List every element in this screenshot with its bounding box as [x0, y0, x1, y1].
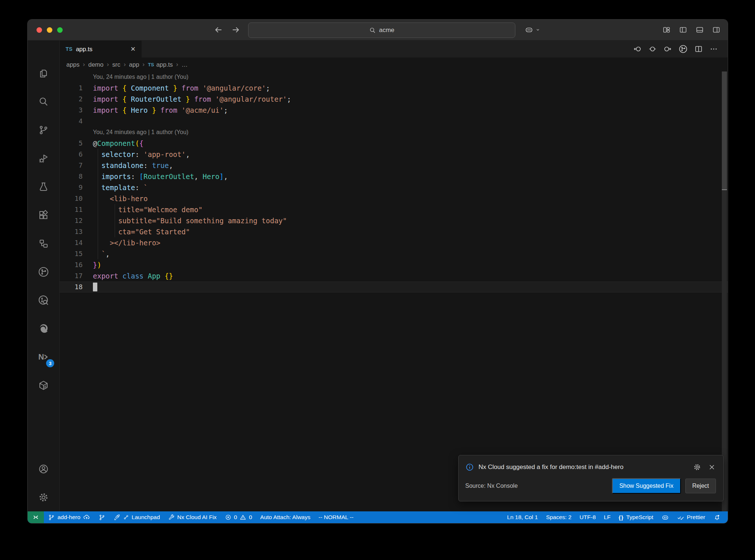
code-line-8[interactable]: 8 imports: [RouterOutlet, Hero], — [60, 171, 728, 182]
blame-annotation[interactable]: You, 24 minutes ago | 1 author (You) — [60, 71, 728, 83]
line-number[interactable]: 15 — [60, 248, 93, 259]
code-editor[interactable]: You, 24 minutes ago | 1 author (You)1imp… — [60, 71, 728, 511]
sidebar-item-nx-console[interactable]: 3 — [28, 343, 59, 371]
code-line-6[interactable]: 6 selector: 'app-root', — [60, 149, 728, 160]
line-number[interactable]: 4 — [60, 116, 93, 127]
remote-indicator[interactable] — [28, 511, 44, 523]
code-line-1[interactable]: 1import { Component } from '@angular/cor… — [60, 83, 728, 94]
line-number[interactable]: 17 — [60, 270, 93, 281]
code-line-11[interactable]: 11 title="Welcmoe demo" — [60, 204, 728, 215]
code-line-5[interactable]: 5@Component({ — [60, 138, 728, 149]
cursor-position-status[interactable]: Ln 18, Col 1 — [503, 511, 542, 523]
copilot-icon[interactable] — [525, 25, 533, 34]
show-suggested-fix-button[interactable]: Show Suggested Fix — [612, 478, 681, 494]
code-line-3[interactable]: 3import { Hero } from '@acme/ui'; — [60, 105, 728, 116]
line-number[interactable]: 14 — [60, 237, 93, 248]
sidebar-item-git-graph[interactable] — [28, 258, 59, 286]
breadcrumb-item-apps[interactable]: apps — [66, 61, 80, 68]
line-number[interactable]: 12 — [60, 215, 93, 226]
tab-close-icon[interactable]: ✕ — [131, 45, 136, 53]
line-number[interactable]: 6 — [60, 149, 93, 160]
close-window-button[interactable] — [36, 27, 42, 33]
vim-mode-status[interactable]: -- NORMAL -- — [314, 511, 358, 523]
command-center-search[interactable]: acme — [248, 22, 515, 38]
nx-cloud-fix-status[interactable]: Nx Cloud AI Fix — [164, 511, 221, 523]
code-line-16[interactable]: 16}) — [60, 259, 728, 270]
customize-layout-button[interactable] — [662, 25, 671, 34]
code-line-2[interactable]: 2import { RouterOutlet } from '@angular/… — [60, 94, 728, 105]
formatter-status[interactable]: Prettier — [673, 511, 709, 523]
sidebar-item-source-control[interactable] — [28, 116, 59, 144]
notification-settings-icon[interactable] — [693, 463, 701, 471]
line-number[interactable] — [60, 127, 93, 138]
sidebar-item-settings[interactable] — [28, 483, 59, 511]
git-branch-status[interactable]: add-hero — [44, 511, 94, 523]
nav-back-icon[interactable] — [633, 45, 642, 53]
sidebar-item-accounts[interactable] — [28, 455, 59, 483]
minimize-window-button[interactable] — [47, 27, 52, 33]
git-graph-toolbar-icon[interactable] — [678, 44, 688, 54]
sidebar-item-project-structure[interactable] — [28, 229, 59, 258]
split-editor-icon[interactable] — [694, 45, 703, 53]
toggle-primary-sidebar-button[interactable] — [679, 25, 688, 34]
indentation-status[interactable]: Spaces: 2 — [542, 511, 575, 523]
copilot-status[interactable] — [657, 511, 673, 523]
reject-button[interactable]: Reject — [685, 479, 716, 493]
sidebar-item-edge-tools[interactable] — [28, 314, 59, 343]
code-line-10[interactable]: 10 <lib-hero — [60, 193, 728, 204]
breadcrumb-item-src[interactable]: src — [112, 61, 120, 68]
more-actions-icon[interactable] — [709, 45, 718, 53]
line-number[interactable]: 13 — [60, 226, 93, 237]
code-line-4[interactable]: 4 — [60, 116, 728, 127]
line-number[interactable]: 7 — [60, 160, 93, 171]
breadcrumb-item-demo[interactable]: demo — [88, 61, 103, 68]
sidebar-item-search[interactable] — [28, 87, 59, 116]
auto-attach-status[interactable]: Auto Attach: Always — [256, 511, 314, 523]
notification-close-icon[interactable] — [708, 463, 716, 471]
editor-scrollbar[interactable] — [722, 71, 727, 511]
breadcrumb-item-appts[interactable]: TSapp.ts — [148, 61, 173, 68]
line-number[interactable]: 1 — [60, 83, 93, 94]
breadcrumb[interactable]: apps›demo›src›app›TSapp.ts›… — [60, 57, 728, 71]
toggle-secondary-sidebar-button[interactable] — [712, 25, 721, 34]
zoom-window-button[interactable] — [57, 27, 63, 33]
sidebar-item-testing[interactable] — [28, 172, 59, 201]
code-line-13[interactable]: 13 cta="Get Started" — [60, 226, 728, 237]
encoding-status[interactable]: UTF-8 — [575, 511, 600, 523]
line-number[interactable]: 18 — [60, 281, 93, 293]
line-number[interactable]: 9 — [60, 182, 93, 193]
problems-status[interactable]: 0 0 — [221, 511, 256, 523]
code-line-9[interactable]: 9 template: ` — [60, 182, 728, 193]
breadcrumb-item-[interactable]: … — [182, 61, 188, 68]
language-mode-status[interactable]: {} TypeScript — [615, 511, 657, 523]
code-line-17[interactable]: 17export class App {} — [60, 270, 728, 281]
code-line-18[interactable]: 18 — [60, 281, 728, 293]
line-number[interactable]: 8 — [60, 171, 93, 182]
notifications-bell[interactable] — [709, 511, 725, 523]
history-forward-button[interactable] — [232, 25, 240, 34]
launchpad-status[interactable]: Launchpad — [109, 511, 164, 523]
sidebar-item-explorer[interactable] — [28, 59, 59, 87]
line-number[interactable]: 5 — [60, 138, 93, 149]
history-back-button[interactable] — [214, 25, 223, 34]
line-number[interactable]: 11 — [60, 204, 93, 215]
scrollbar-thumb[interactable] — [722, 71, 727, 189]
nav-location-icon[interactable] — [648, 45, 657, 53]
line-number[interactable]: 2 — [60, 94, 93, 105]
sidebar-item-gitlens-inspect[interactable] — [28, 286, 59, 314]
nav-forward-icon[interactable] — [663, 45, 672, 53]
code-line-12[interactable]: 12 subtitle="Build something amazing tod… — [60, 215, 728, 226]
code-line-7[interactable]: 7 standalone: true, — [60, 160, 728, 171]
tab-app-ts[interactable]: TS app.ts ✕ — [60, 41, 142, 57]
blame-annotation[interactable]: You, 24 minutes ago | 1 author (You) — [60, 127, 728, 138]
line-number[interactable]: 10 — [60, 193, 93, 204]
line-number[interactable] — [60, 71, 93, 83]
source-control-graph-status[interactable] — [94, 511, 109, 523]
code-line-15[interactable]: 15 `, — [60, 248, 728, 259]
sidebar-item-run-debug[interactable] — [28, 144, 59, 172]
chevron-down-icon[interactable] — [535, 27, 541, 33]
code-line-14[interactable]: 14 ></lib-hero> — [60, 237, 728, 248]
sidebar-item-extensions[interactable] — [28, 201, 59, 229]
line-number[interactable]: 3 — [60, 105, 93, 116]
line-number[interactable]: 16 — [60, 259, 93, 270]
